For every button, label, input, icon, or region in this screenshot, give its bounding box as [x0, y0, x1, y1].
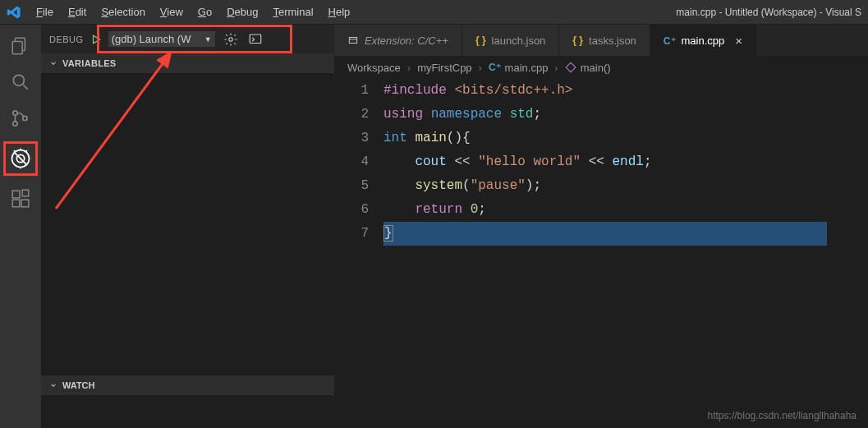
tab-tasks-json[interactable]: { } tasks.json [559, 25, 650, 56]
menu-selection[interactable]: Selection [94, 2, 151, 21]
debug-icon[interactable] [7, 145, 34, 172]
tab-extension-c-cpp[interactable]: Extension: C/C++ [334, 25, 462, 56]
svg-line-3 [23, 85, 27, 89]
chevron-right-icon: › [479, 62, 482, 74]
line-gutter: 1234567 [334, 79, 383, 246]
activity-bar [0, 25, 41, 428]
tab-label: launch.json [492, 35, 546, 47]
chevron-down-icon [49, 59, 57, 67]
extensions-icon[interactable] [7, 186, 34, 212]
svg-point-2 [13, 75, 24, 85]
chevron-down-icon [49, 381, 57, 389]
chevron-down-icon: ▼ [204, 35, 212, 44]
debug-config-value: (gdb) Launch (W [112, 33, 191, 45]
debug-console-icon[interactable] [246, 30, 264, 48]
tab-launch-json[interactable]: { } launch.json [462, 25, 559, 56]
menu-go[interactable]: Go [191, 2, 218, 21]
menu-terminal[interactable]: Terminal [266, 2, 319, 21]
scm-icon[interactable] [7, 105, 34, 131]
tab-main-cpp[interactable]: C⁺ main.cpp × [650, 25, 756, 56]
watch-body [41, 395, 334, 428]
window-title: main.cpp - Untitled (Workspace) - Visual… [676, 7, 861, 18]
annotation-box [3, 141, 38, 176]
search-icon[interactable] [7, 69, 34, 95]
json-icon: { } [475, 35, 486, 46]
code-lines: #include <bits/stdc++.h> using namespace… [383, 79, 868, 246]
breadcrumb: Workspace › myFirstCpp › C⁺ main.cpp › m… [334, 56, 868, 79]
chevron-right-icon: › [407, 62, 411, 74]
editor-tabs: Extension: C/C++ { } launch.json { } tas… [334, 25, 868, 56]
variables-body [41, 73, 334, 375]
code-editor[interactable]: 1234567 #include <bits/stdc++.h> using n… [334, 79, 868, 246]
explorer-icon[interactable] [7, 33, 34, 59]
watermark: https://blog.csdn.net/liangllhahaha [708, 410, 857, 421]
crumb-file[interactable]: C⁺ main.cpp [489, 62, 548, 74]
debug-label: DEBUG [49, 35, 84, 44]
menu-view[interactable]: View [154, 2, 190, 21]
svg-rect-14 [12, 191, 20, 198]
menubar: File Edit Selection View Go Debug Termin… [30, 2, 356, 21]
crumb-folder[interactable]: myFirstCpp [417, 62, 471, 74]
tab-label: Extension: C/C++ [365, 35, 448, 47]
start-debug-icon[interactable] [90, 34, 102, 45]
svg-rect-17 [22, 190, 29, 196]
titlebar: File Edit Selection View Go Debug Termin… [0, 0, 868, 25]
watch-section-header[interactable]: WATCH [41, 375, 334, 395]
svg-point-6 [23, 116, 27, 120]
debug-sidebar: DEBUG (gdb) Launch (W ▼ VARIABLES [41, 25, 334, 428]
debug-toolbar: DEBUG (gdb) Launch (W ▼ [41, 25, 334, 53]
vscode-logo-icon [7, 5, 21, 20]
watch-label: WATCH [62, 380, 95, 390]
svg-rect-20 [250, 35, 261, 44]
variables-section-header[interactable]: VARIABLES [41, 53, 334, 73]
svg-marker-18 [93, 35, 99, 43]
cpp-icon: C⁺ [489, 62, 501, 73]
tab-label: main.cpp [682, 35, 725, 47]
chevron-right-icon: › [554, 62, 558, 74]
crumb-symbol[interactable]: main() [565, 62, 611, 74]
svg-line-13 [25, 150, 27, 152]
extension-icon [347, 35, 359, 46]
close-icon[interactable]: × [735, 34, 742, 48]
editor-area: Extension: C/C++ { } launch.json { } tas… [334, 25, 868, 428]
svg-rect-23 [566, 62, 576, 72]
menu-debug[interactable]: Debug [220, 2, 264, 21]
svg-point-19 [228, 37, 232, 41]
tab-label: tasks.json [589, 35, 636, 47]
cpp-icon: C⁺ [664, 35, 676, 47]
svg-rect-15 [12, 200, 20, 207]
menu-help[interactable]: Help [322, 2, 357, 21]
svg-line-8 [14, 152, 27, 165]
svg-rect-1 [12, 42, 22, 54]
crumb-workspace[interactable]: Workspace [347, 62, 401, 74]
menu-edit[interactable]: Edit [62, 2, 93, 21]
gear-icon[interactable] [222, 30, 240, 48]
svg-point-4 [13, 111, 17, 115]
menu-file[interactable]: File [30, 2, 60, 21]
method-icon [565, 62, 576, 73]
svg-point-5 [13, 122, 17, 126]
json-icon: { } [572, 35, 583, 46]
svg-rect-21 [349, 38, 356, 44]
debug-config-select[interactable]: (gdb) Launch (W ▼ [108, 31, 215, 47]
svg-rect-16 [21, 200, 29, 207]
variables-label: VARIABLES [62, 58, 116, 68]
